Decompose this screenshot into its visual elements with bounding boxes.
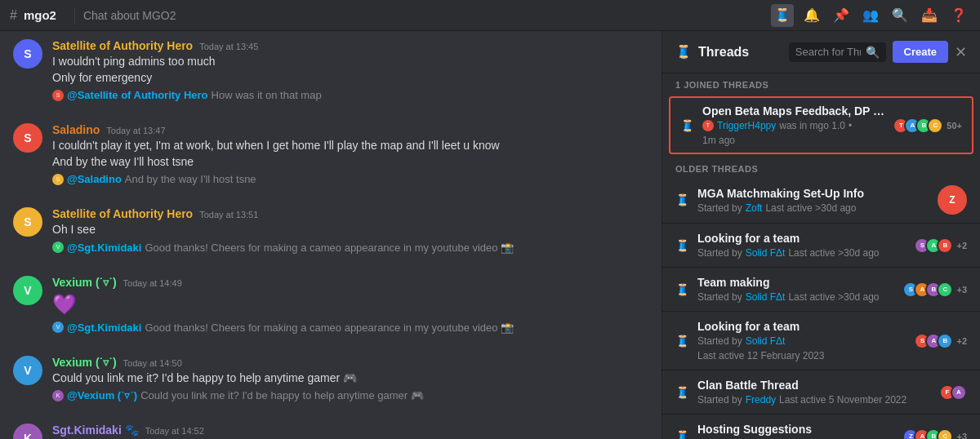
thread-meta: Started by Solid FΔt Last active >30d ag… xyxy=(697,291,894,303)
thread-item-content: MGA Matchmaking Set-Up Info Started by Z… xyxy=(697,187,929,214)
thread-last-active: Last active >30d ago xyxy=(765,202,856,214)
threads-search-btn[interactable]: 🔍 xyxy=(866,46,880,59)
thread-started-by: Started by xyxy=(697,202,742,214)
thread-avatars: SAB+2 xyxy=(914,333,967,349)
thread-item[interactable]: 🧵 Looking for a team Started by Solid FΔ… xyxy=(662,224,980,268)
message-reply: V @Sgt.Kimidaki Good thanks! Cheers for … xyxy=(52,242,648,254)
thread-item[interactable]: 🧵 MGA Matchmaking Set-Up Info Started by… xyxy=(662,177,980,224)
thread-avatar-count: 50+ xyxy=(947,121,962,131)
message-time: Today at 13:47 xyxy=(106,126,165,135)
message-content: Satellite of Authority Hero Today at 13:… xyxy=(52,39,648,86)
avatar-placeholder xyxy=(13,242,42,271)
channel-desc: Chat about MGO2 xyxy=(83,9,176,22)
thread-started-username: Solid FΔt xyxy=(746,335,786,347)
thread-hash-icon: 🧵 xyxy=(675,239,689,252)
message-reply: V @Sgt.Kimidaki Good thanks! Cheers for … xyxy=(52,321,648,334)
reply-text: Good thanks! Cheers for making a cameo a… xyxy=(145,321,514,334)
thread-hash-icon: 🧵 xyxy=(675,283,689,296)
thread-name: Looking for a team xyxy=(697,232,906,245)
thread-last-active: Last active >30d ago xyxy=(788,247,879,259)
user-avatar: V xyxy=(13,356,42,385)
reply-avatar: S xyxy=(52,90,64,101)
threads-search-box: 🔍 xyxy=(789,42,886,62)
user-avatar: V xyxy=(13,276,42,305)
thread-avatars: ZABC+3 xyxy=(902,428,967,440)
message-content: K @Vexium (˙▿˙) Could you link me it? I'… xyxy=(52,389,648,404)
message-group: S Satellite of Authority Hero Today at 1… xyxy=(0,38,662,87)
thread-avatar-count: +3 xyxy=(956,432,967,440)
message-text: 💜 xyxy=(52,290,648,318)
reply-username: @Sgt.Kimidaki xyxy=(67,321,141,334)
thread-item[interactable]: 🧵 Hosting Suggestions Started by Zoft La… xyxy=(662,415,980,439)
thread-avatars: SAB+2 xyxy=(914,237,967,254)
pin-btn[interactable]: 📌 xyxy=(830,4,853,27)
message-content: V @Sgt.Kimidaki Good thanks! Cheers for … xyxy=(52,321,648,336)
thread-meta: Started by Solid FΔt Last active >30d ag… xyxy=(697,247,906,259)
message-text: I wouldn't ping admins too much xyxy=(52,54,648,70)
threads-btn[interactable]: 🧵 xyxy=(771,4,794,27)
thread-meta: Started by Solid FΔt Last active 12 Febr… xyxy=(697,335,906,361)
threads-search-input[interactable] xyxy=(795,46,861,58)
threads-header: 🧵 Threads 🔍 Create ✕ xyxy=(662,31,980,73)
message-username: Sgt.Kimidaki 🐾 xyxy=(52,423,139,437)
thread-name: Open Beta Maps Feedback, DP TSNE, and Bu… xyxy=(702,104,884,118)
inbox-btn[interactable]: 📥 xyxy=(918,4,941,27)
message-header: Satellite of Authority Hero Today at 13:… xyxy=(52,207,648,220)
avatar-placeholder xyxy=(13,321,42,351)
message-username: Vexium (˙▿˙) xyxy=(52,276,117,289)
user-avatar: S xyxy=(13,123,42,153)
reply-avatar: V xyxy=(52,321,64,333)
threads-panel-title: Threads xyxy=(698,45,782,60)
thread-item[interactable]: 🧵 Clan Battle Thread Started by Freddy L… xyxy=(662,370,980,415)
message-time: Today at 13:51 xyxy=(199,210,258,220)
thread-item-content: Open Beta Maps Feedback, DP TSNE, and Bu… xyxy=(702,104,884,146)
search-btn[interactable]: 🔍 xyxy=(889,4,911,27)
message-header: Saladino Today at 13:47 xyxy=(52,123,648,136)
user-avatar: S xyxy=(13,39,42,69)
thread-hash-icon: 🧵 xyxy=(675,335,689,348)
thread-avatars: SABC+3 xyxy=(902,282,967,298)
reply-avatar: K xyxy=(52,390,64,401)
thread-item[interactable]: 🧵 Open Beta Maps Feedback, DP TSNE, and … xyxy=(669,96,973,154)
message-content: Vexium (˙▿˙) Today at 14:50 Could you li… xyxy=(52,356,648,387)
thread-item[interactable]: 🧵 Team making Started by Solid FΔt Last … xyxy=(662,268,980,312)
thread-item-content: Looking for a team Started by Solid FΔt … xyxy=(697,232,906,259)
create-thread-btn[interactable]: Create xyxy=(893,41,948,63)
reply-text: Good thanks! Cheers for making a cameo a… xyxy=(145,242,514,254)
message-username: Satellite of Authority Hero xyxy=(52,207,193,220)
thread-mini-avatar: B xyxy=(937,333,953,349)
message-content: V @Sgt.Kimidaki Good thanks! Cheers for … xyxy=(52,242,648,256)
thread-started-username: Solid FΔt xyxy=(746,247,786,259)
message-text: And by the way I'll host tsne xyxy=(52,154,648,171)
message-text: I couldn't play it yet, I'm at work, but… xyxy=(52,138,648,154)
user-avatar: S xyxy=(13,207,42,237)
thread-avatars: Z xyxy=(938,185,967,215)
message-group: V Vexium (˙▿˙) Today at 14:49 💜 xyxy=(0,274,662,320)
thread-item-content: Clan Battle Thread Started by Freddy Las… xyxy=(697,379,931,406)
thread-name: MGA Matchmaking Set-Up Info xyxy=(697,187,929,200)
thread-meta: T TriggerH4ppy was in mgo 1.0 • 1m ago xyxy=(702,120,884,146)
close-threads-btn[interactable]: ✕ xyxy=(955,43,967,61)
help-btn[interactable]: ❓ xyxy=(947,4,970,27)
reply-username: @Saladino xyxy=(67,173,122,185)
thread-started-by: Started by xyxy=(697,394,742,406)
message-reply: S @Saladino And by the way I'll host tsn… xyxy=(52,173,648,185)
thread-mini-avatar: A xyxy=(951,384,967,401)
threads-body: 1 JOINED THREADS 🧵 Open Beta Maps Feedba… xyxy=(662,73,980,439)
threads-panel-icon: 🧵 xyxy=(675,44,692,60)
thread-mini-avatar: B xyxy=(937,237,953,254)
reply-avatar: S xyxy=(52,174,64,185)
thread-item[interactable]: 🧵 Looking for a team Started by Solid FΔ… xyxy=(662,312,980,370)
threads-panel: 🧵 Threads 🔍 Create ✕ 1 JOINED THREADS 🧵 … xyxy=(662,31,980,439)
message-reply: S @Satellite of Authority Hero How was i… xyxy=(52,89,648,101)
thread-avatars: FA xyxy=(939,384,967,401)
thread-meta: Started by Freddy Last active 5 November… xyxy=(697,394,931,406)
thread-name: Team making xyxy=(697,276,894,289)
hash-icon: # xyxy=(10,8,17,23)
members-btn[interactable]: 👥 xyxy=(859,4,882,27)
thread-started-username: Solid FΔt xyxy=(746,291,786,303)
reply-avatar: V xyxy=(52,242,64,253)
message-reply: K @Vexium (˙▿˙) Could you link me it? I'… xyxy=(52,389,648,401)
thread-hash-icon: 🧵 xyxy=(675,430,689,440)
bell-btn[interactable]: 🔔 xyxy=(800,4,823,27)
